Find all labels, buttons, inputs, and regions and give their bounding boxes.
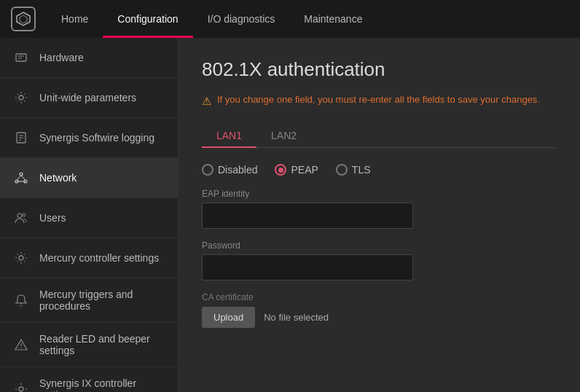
svg-point-16 — [19, 256, 23, 260]
sidebar-item-unit-wide[interactable]: Unit-wide parameters — [0, 78, 178, 118]
synergis-ix-icon — [12, 380, 31, 392]
sidebar-item-synergis-logging[interactable]: Synergis Softwire logging — [0, 118, 178, 158]
radio-circle-disabled — [202, 164, 213, 176]
eap-identity-label: EAP identity — [202, 189, 557, 199]
sidebar-item-reader-led-label: Reader LED and beeper settings — [39, 333, 166, 356]
no-file-text: No file selected — [264, 312, 329, 323]
password-group: Password — [202, 240, 557, 281]
top-nav: Home Configuration I/O diagnostics Maint… — [0, 0, 580, 38]
hardware-icon — [12, 48, 31, 67]
sidebar-item-mercury-controller[interactable]: Mercury controller settings — [0, 238, 178, 278]
layout: Hardware Unit-wide parameters — [0, 38, 580, 392]
sidebar-item-mercury-triggers-label: Mercury triggers and procedures — [39, 289, 166, 312]
mercury-triggers-icon — [12, 291, 31, 310]
reader-led-icon — [12, 335, 31, 354]
tab-lan1[interactable]: LAN1 — [202, 124, 256, 147]
main-content: 802.1X authentication ⚠ If you change on… — [179, 38, 580, 392]
warning-banner: ⚠ If you change one field, you must re-e… — [202, 94, 557, 108]
sidebar-item-mercury-triggers[interactable]: Mercury triggers and procedures — [0, 278, 178, 323]
sidebar-item-reader-led[interactable]: Reader LED and beeper settings — [0, 323, 178, 367]
synergis-logging-icon — [12, 128, 31, 147]
sidebar-item-synergis-ix[interactable]: Synergis IX controller settings — [0, 367, 178, 392]
nav-items: Home Configuration I/O diagnostics Maint… — [47, 0, 573, 38]
tab-lan2[interactable]: LAN2 — [256, 124, 311, 147]
nav-item-home[interactable]: Home — [47, 0, 103, 38]
upload-button[interactable]: Upload — [202, 307, 255, 328]
radio-group: Disabled PEAP TLS — [202, 164, 557, 176]
sidebar-item-users[interactable]: Users — [0, 198, 178, 238]
svg-point-8 — [20, 173, 23, 176]
svg-point-15 — [23, 213, 26, 216]
radio-disabled[interactable]: Disabled — [202, 164, 257, 176]
ca-certificate-label: CA certificate — [202, 292, 557, 302]
sidebar-item-synergis-ix-label: Synergis IX controller settings — [39, 377, 166, 392]
ca-certificate-section: CA certificate Upload No file selected — [202, 292, 557, 328]
eap-identity-input[interactable] — [202, 203, 413, 229]
nav-item-configuration[interactable]: Configuration — [103, 0, 192, 38]
sidebar-item-users-label: Users — [39, 212, 66, 224]
svg-line-12 — [21, 176, 26, 180]
sidebar-item-network[interactable]: Network — [0, 158, 178, 198]
password-label: Password — [202, 240, 557, 251]
nav-item-maintenance[interactable]: Maintenance — [289, 0, 377, 38]
svg-point-14 — [17, 213, 22, 218]
warning-text: If you change one field, you must re-ent… — [217, 94, 540, 105]
sidebar-item-unit-wide-label: Unit-wide parameters — [39, 92, 136, 103]
radio-circle-peap — [275, 164, 286, 176]
tabs: LAN1 LAN2 — [202, 124, 557, 148]
sidebar-item-hardware-label: Hardware — [39, 52, 84, 63]
eap-identity-group: EAP identity — [202, 189, 557, 229]
svg-rect-0 — [16, 54, 26, 61]
logo — [7, 3, 39, 35]
radio-peap[interactable]: PEAP — [275, 164, 318, 176]
sidebar-item-synergis-logging-label: Synergis Softwire logging — [39, 132, 154, 144]
svg-point-21 — [19, 387, 23, 391]
password-input[interactable] — [202, 254, 413, 281]
upload-row: Upload No file selected — [202, 307, 557, 328]
unit-wide-icon — [12, 88, 31, 107]
sidebar-item-hardware[interactable]: Hardware — [0, 38, 178, 78]
svg-line-11 — [17, 176, 21, 180]
network-icon — [12, 168, 31, 187]
warning-icon: ⚠ — [202, 95, 211, 108]
mercury-controller-icon — [12, 248, 31, 267]
users-icon — [12, 208, 31, 227]
svg-point-20 — [20, 347, 22, 348]
sidebar: Hardware Unit-wide parameters — [0, 38, 179, 392]
svg-point-3 — [19, 95, 23, 100]
radio-circle-tls — [336, 164, 348, 176]
page-title: 802.1X authentication — [202, 58, 557, 81]
sidebar-item-mercury-controller-label: Mercury controller settings — [39, 252, 159, 264]
sidebar-item-network-label: Network — [39, 172, 77, 184]
logo-icon — [11, 7, 36, 31]
nav-item-io-diagnostics[interactable]: I/O diagnostics — [193, 0, 290, 38]
radio-tls[interactable]: TLS — [336, 164, 371, 176]
